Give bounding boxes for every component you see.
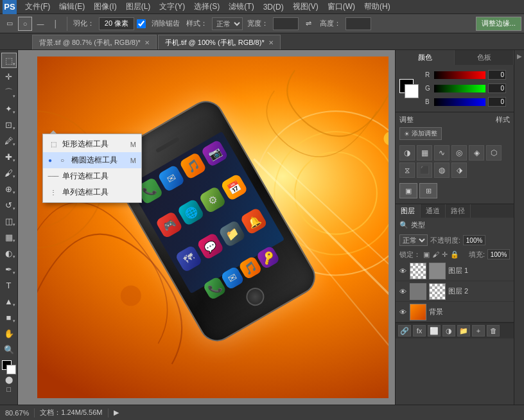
foreground-background-colors[interactable]	[2, 360, 16, 374]
layer-mask-btn[interactable]: ⬜	[428, 325, 441, 337]
hand-tool[interactable]: ✋	[1, 326, 17, 341]
g-bar[interactable]	[434, 85, 485, 92]
menu-edit[interactable]: 编辑(E)	[55, 0, 89, 13]
single-col-btn[interactable]: │	[49, 17, 63, 31]
adj-curves-icon[interactable]: ∿	[434, 145, 450, 161]
adj-brightness-icon[interactable]: ◑	[399, 145, 415, 161]
menu-file[interactable]: 文件(F)	[21, 0, 55, 13]
status-arrow[interactable]: ▶	[114, 408, 119, 417]
menu-3d[interactable]: 3D(D)	[259, 1, 288, 13]
opacity-input[interactable]	[463, 235, 485, 245]
swap-dimensions-btn[interactable]: ⇌	[301, 17, 315, 31]
brush-tool[interactable]: 🖌 ▾	[1, 165, 17, 180]
text-tool[interactable]: T	[1, 277, 17, 293]
shape-tool[interactable]: ■ ▾	[1, 310, 17, 325]
fill-input[interactable]	[487, 249, 510, 259]
dropdown-item-single-row[interactable]: ─── 单行选框工具	[43, 168, 141, 184]
width-input[interactable]	[273, 17, 299, 30]
dropdown-item-rect-marquee[interactable]: ⬚ 矩形选框工具 M	[43, 136, 141, 152]
rect-marquee-btn[interactable]: ▭	[3, 17, 17, 31]
swatches-tab[interactable]: 色板	[455, 50, 514, 65]
healing-tool[interactable]: ✚ ▾	[1, 149, 17, 164]
layer-new-btn[interactable]: +	[472, 325, 485, 337]
zoom-tool[interactable]: 🔍	[1, 342, 17, 357]
channels-tab[interactable]: 通道	[421, 204, 446, 218]
layer-style-btn[interactable]: fx	[413, 325, 426, 337]
layer-item-1[interactable]: 👁 图层 1	[396, 261, 514, 281]
clone-tool[interactable]: ⊕ ▾	[1, 181, 17, 197]
height-input[interactable]	[345, 17, 371, 30]
adj-photo-filter-icon[interactable]: ◍	[434, 162, 450, 178]
tab-background[interactable]: 背景.tif @ 80.7% (手机, RGB/8)* ✕	[32, 35, 157, 49]
eye-icon-bg[interactable]: 👁	[398, 308, 407, 317]
feather-input[interactable]	[99, 17, 134, 30]
paths-tab[interactable]: 路径	[446, 204, 471, 218]
menu-window[interactable]: 窗口(W)	[323, 0, 360, 13]
menu-select[interactable]: 选择(S)	[189, 0, 224, 13]
pen-tool[interactable]: ✒ ▾	[1, 261, 17, 277]
menu-layer[interactable]: 图层(L)	[121, 0, 155, 13]
menu-text[interactable]: 文字(Y)	[155, 0, 189, 13]
dodge-tool[interactable]: ◐ ▾	[1, 245, 17, 261]
close-tab-phone[interactable]: ✕	[268, 39, 274, 46]
layer-adj-btn[interactable]: ◑	[442, 325, 455, 337]
menu-view[interactable]: 视图(V)	[288, 0, 323, 13]
layers-tab[interactable]: 图层	[396, 204, 421, 218]
lock-position-btn[interactable]: ✛	[442, 250, 448, 259]
layer-item-bg[interactable]: 👁 背景	[396, 302, 514, 322]
layer-delete-btn[interactable]: 🗑	[487, 325, 500, 337]
adj-channel-mix-icon[interactable]: ⬗	[451, 162, 467, 178]
g-value[interactable]	[488, 83, 506, 93]
history-brush-tool[interactable]: ↺ ▾	[1, 197, 17, 213]
color-tab[interactable]: 颜色	[396, 50, 455, 65]
menu-help[interactable]: 帮助(H)	[360, 0, 395, 13]
magic-wand-tool[interactable]: ✦ ▾	[1, 101, 17, 116]
adj-bw-icon[interactable]: ⬛	[417, 162, 432, 178]
style-select[interactable]: 正常	[212, 17, 243, 30]
single-row-btn[interactable]: —	[33, 17, 48, 31]
antialias-checkbox[interactable]	[137, 19, 146, 28]
bg-color-swatch[interactable]	[405, 84, 419, 98]
menu-filter[interactable]: 滤镜(T)	[224, 0, 258, 13]
layer-item-2[interactable]: 👁 图层 2	[396, 281, 514, 302]
b-bar[interactable]	[434, 98, 485, 106]
marquee-tool[interactable]: ⬚ ▾	[1, 53, 17, 68]
b-value[interactable]	[488, 97, 506, 107]
fg-bg-color[interactable]	[399, 79, 419, 98]
lasso-tool[interactable]: ⌒ ▾	[1, 85, 17, 100]
background-color[interactable]	[6, 365, 16, 374]
dropdown-item-ellipse-marquee[interactable]: ● ○ 椭圆选框工具 M	[43, 152, 141, 168]
crop-tool[interactable]: ⊡ ▾	[1, 117, 17, 132]
adjust-edges-button[interactable]: 调整边缘...	[476, 17, 521, 31]
ellipse-marquee-btn[interactable]: ○	[18, 17, 32, 31]
adj-vibrance-icon[interactable]: ◈	[469, 145, 484, 161]
blend-mode-select[interactable]: 正常	[399, 234, 428, 246]
adj-hsl-icon[interactable]: ⬡	[486, 145, 502, 161]
screen-mode-btn[interactable]: □	[6, 385, 11, 393]
lock-transparent-btn[interactable]: ▣	[423, 250, 430, 259]
layer-link-btn[interactable]: 🔗	[398, 325, 411, 337]
lock-image-btn[interactable]: 🖌	[432, 250, 439, 258]
eye-icon-2[interactable]: 👁	[398, 287, 407, 296]
r-bar[interactable]	[434, 71, 485, 79]
collapse-arrow[interactable]: ▶	[517, 53, 522, 60]
path-select-tool[interactable]: ▲ ▾	[1, 293, 17, 309]
eyedropper-tool[interactable]: 🖉 ▾	[1, 133, 17, 148]
eye-icon-1[interactable]: 👁	[398, 267, 407, 276]
quick-mask-btn[interactable]: ⬤	[5, 376, 13, 384]
tab-phone[interactable]: 手机.tif @ 100% (手机, RGB/8)* ✕	[158, 35, 281, 49]
lock-all-btn[interactable]: 🔒	[450, 250, 459, 259]
eraser-tool[interactable]: ◫ ▾	[1, 213, 17, 229]
adj-levels-icon[interactable]: ▦	[417, 145, 432, 161]
adj-colorbal-icon[interactable]: ⧖	[399, 162, 415, 178]
move-tool[interactable]: ✛	[1, 69, 17, 84]
add-adjustment-btn[interactable]: ☀ 添加调整	[399, 127, 442, 140]
adj-btn-1[interactable]: ▣	[399, 183, 417, 198]
gradient-tool[interactable]: ▦ ▾	[1, 229, 17, 245]
layer-group-btn[interactable]: 📁	[457, 325, 470, 337]
menu-image[interactable]: 图像(I)	[89, 0, 121, 13]
adj-exposure-icon[interactable]: ◎	[451, 145, 467, 161]
adj-btn-2[interactable]: ⊞	[419, 183, 437, 198]
close-tab-background[interactable]: ✕	[144, 39, 150, 46]
r-value[interactable]	[488, 70, 506, 80]
